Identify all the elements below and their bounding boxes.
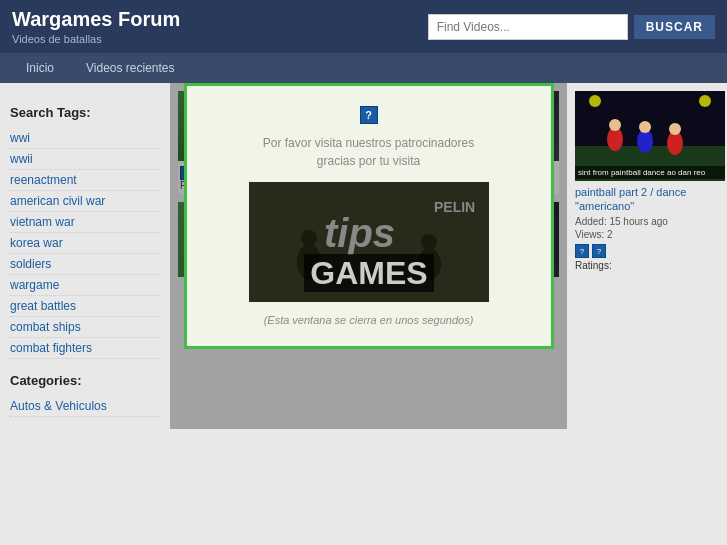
sidebar-tag-wwii[interactable]: wwii	[10, 149, 160, 170]
featured-overlay-text: sint from paintball dance ao dan reo	[575, 166, 725, 179]
site-subtitle: Videos de batallas	[12, 33, 180, 45]
header-branding: Wargames Forum Videos de batallas	[12, 8, 180, 45]
nav-inicio[interactable]: Inicio	[10, 53, 70, 83]
svg-point-2	[301, 230, 317, 246]
featured-rating-icon-2[interactable]: ?	[592, 244, 606, 258]
site-title: Wargames Forum	[12, 8, 180, 31]
svg-point-16	[639, 121, 651, 133]
search-tags-title: Search Tags:	[10, 105, 160, 120]
banner-svg: tips GAMES PELIN	[249, 182, 489, 302]
svg-text:GAMES: GAMES	[310, 255, 427, 291]
header: Wargames Forum Videos de batallas BUSCAR	[0, 0, 727, 53]
featured-ratings-label: Ratings:	[575, 260, 719, 271]
navbar: Inicio Videos recientes	[0, 53, 727, 83]
modal-close-text: (Esta ventana se cierra en unos segundos…	[207, 314, 531, 326]
categories-title: Categories:	[10, 373, 160, 388]
sidebar-tag-korea-war[interactable]: korea war	[10, 233, 160, 254]
svg-point-20	[699, 95, 711, 107]
sidebar-tag-american-civil-war[interactable]: american civil war	[10, 191, 160, 212]
modal-dialog: ? Por favor visita nuestros patrocinador…	[184, 83, 554, 349]
featured-video-added: Added: 15 hours ago	[575, 216, 719, 227]
svg-point-19	[589, 95, 601, 107]
sidebar-tag-reenactment[interactable]: reenactment	[10, 170, 160, 191]
sidebar-category-autos[interactable]: Autos & Vehiculos	[10, 396, 160, 417]
search-area: BUSCAR	[428, 14, 715, 40]
sidebar-tag-combat-ships[interactable]: combat ships	[10, 317, 160, 338]
svg-text:tips: tips	[324, 211, 395, 255]
svg-point-18	[669, 123, 681, 135]
svg-text:PELIN: PELIN	[434, 199, 475, 215]
modal-overlay[interactable]: ? Por favor visita nuestros patrocinador…	[170, 83, 567, 429]
sidebar-tag-wargame[interactable]: wargame	[10, 275, 160, 296]
sidebar-tag-combat-fighters[interactable]: combat fighters	[10, 338, 160, 359]
sidebar-tag-soldiers[interactable]: soldiers	[10, 254, 160, 275]
main-layout: Search Tags: wwi wwii reenactment americ…	[0, 83, 727, 429]
featured-rating-icon-1[interactable]: ?	[575, 244, 589, 258]
search-button[interactable]: BUSCAR	[634, 15, 715, 39]
sidebar-tag-vietnam-war[interactable]: vietnam war	[10, 212, 160, 233]
nav-videos-recientes[interactable]: Videos recientes	[70, 53, 191, 83]
featured-video-views: Views: 2	[575, 229, 719, 240]
sidebar-tag-wwi[interactable]: wwi	[10, 128, 160, 149]
search-input[interactable]	[428, 14, 628, 40]
featured-video-thumb[interactable]: sint from paintball dance ao dan reo	[575, 91, 725, 181]
modal-question-icon: ?	[360, 106, 378, 124]
sidebar-tag-great-battles[interactable]: great battles	[10, 296, 160, 317]
modal-sponsor-text: Por favor visita nuestros patrocinadores…	[207, 134, 531, 170]
featured-ratings-icons: ? ?	[575, 244, 719, 258]
sidebar: Search Tags: wwi wwii reenactment americ…	[0, 83, 170, 429]
modal-banner[interactable]: tips GAMES PELIN	[249, 182, 489, 302]
featured-video-title[interactable]: paintball part 2 / dance "americano"	[575, 185, 719, 214]
featured-ratings-area: ? ? Ratings:	[575, 244, 719, 271]
content-area: ? ? Ratings: 13 ? ? Ratings:	[170, 83, 567, 429]
svg-point-5	[421, 234, 437, 250]
right-panel: sint from paintball dance ao dan reo pai…	[567, 83, 727, 429]
svg-point-14	[609, 119, 621, 131]
